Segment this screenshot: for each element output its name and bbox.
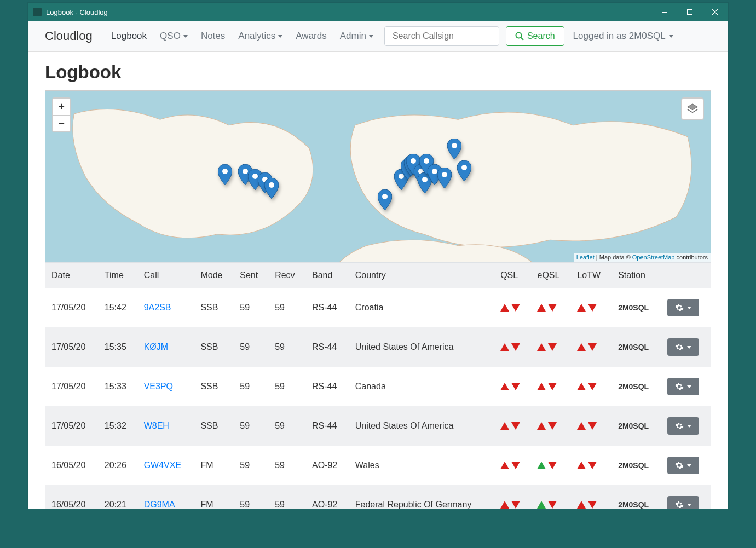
svg-rect-1 xyxy=(688,10,692,15)
triangle-down-icon xyxy=(511,304,520,312)
table-header: Time xyxy=(98,263,137,289)
cell-actions xyxy=(661,367,711,406)
cell: SSB xyxy=(194,406,233,446)
window-title: Logbook - Cloudlog xyxy=(46,8,652,16)
triangle-up-icon xyxy=(500,462,509,469)
chevron-down-icon xyxy=(687,425,691,428)
cell-station: 2M0SQL xyxy=(611,485,661,509)
triangle-up-icon xyxy=(500,383,509,390)
callsign-link[interactable]: W8EH xyxy=(144,421,169,430)
cell: SSB xyxy=(194,288,233,327)
log-table: DateTimeCallModeSentRecvBandCountryQSLeQ… xyxy=(45,262,711,509)
nav-logbook[interactable]: Logbook xyxy=(106,27,152,45)
callsign-link[interactable]: DG9MA xyxy=(144,500,175,509)
cell: United States Of America xyxy=(349,327,494,367)
search-input[interactable] xyxy=(384,26,499,46)
nav-analytics-label: Analytics xyxy=(238,31,275,42)
chevron-down-icon xyxy=(687,346,691,349)
row-actions-button[interactable] xyxy=(667,417,699,435)
svg-point-20 xyxy=(452,143,457,148)
search-button-label: Search xyxy=(527,31,555,41)
nav-qso-label: QSO xyxy=(160,31,181,42)
triangle-up-icon xyxy=(577,462,586,469)
table-row[interactable]: 17/05/2015:35KØJMSSB5959RS-44United Stat… xyxy=(45,327,711,367)
row-actions-button[interactable] xyxy=(667,378,699,395)
triangle-up-icon xyxy=(500,422,509,430)
osm-link[interactable]: OpenStreetMap xyxy=(632,254,675,261)
cell-qsl xyxy=(494,327,530,367)
zoom-out-button[interactable]: − xyxy=(53,115,70,131)
cell-station: 2M0SQL xyxy=(611,406,661,446)
layers-button[interactable] xyxy=(681,97,704,120)
close-button[interactable] xyxy=(702,3,728,21)
nav-qso[interactable]: QSO xyxy=(154,27,193,45)
table-row[interactable]: 16/05/2020:21DG9MAFM5959AO-92Federal Rep… xyxy=(45,485,711,509)
cell-call: DG9MA xyxy=(137,485,194,509)
triangle-down-icon xyxy=(588,343,597,351)
map[interactable]: + − Leaflet | Map data © OpenStreetMap c… xyxy=(45,90,711,262)
cell-call: VE3PQ xyxy=(137,367,194,406)
maximize-button[interactable] xyxy=(677,3,702,21)
cell-station: 2M0SQL xyxy=(611,288,661,327)
zoom-in-button[interactable]: + xyxy=(53,99,70,115)
cell-actions xyxy=(661,446,711,485)
callsign-link[interactable]: KØJM xyxy=(144,342,168,351)
station-label: 2M0SQL xyxy=(618,343,649,351)
map-marker[interactable] xyxy=(437,168,452,188)
map-marker[interactable] xyxy=(218,164,232,185)
cell-lotw xyxy=(570,485,611,509)
map-marker[interactable] xyxy=(378,189,392,210)
map-marker[interactable] xyxy=(447,139,461,159)
triangle-down-icon xyxy=(511,383,520,390)
chevron-down-icon xyxy=(687,504,691,506)
cell-actions xyxy=(661,327,711,367)
cell: RS-44 xyxy=(305,327,349,367)
triangle-up-icon xyxy=(537,462,546,469)
cell: 15:42 xyxy=(98,288,137,327)
nav-awards[interactable]: Awards xyxy=(290,27,332,45)
cell: Canada xyxy=(349,367,494,406)
cell: 20:26 xyxy=(98,446,137,485)
cell: 59 xyxy=(233,406,268,446)
triangle-down-icon xyxy=(588,501,597,509)
brand[interactable]: Cloudlog xyxy=(45,29,93,43)
callsign-link[interactable]: GW4VXE xyxy=(144,460,181,470)
nav-analytics[interactable]: Analytics xyxy=(233,27,288,45)
callsign-link[interactable]: VE3PQ xyxy=(144,382,173,391)
content-scroll[interactable]: Cloudlog Logbook QSO Notes Analytics Awa… xyxy=(28,21,728,509)
table-row[interactable]: 16/05/2020:26GW4VXEFM5959AO-92Wales2M0SQ… xyxy=(45,446,711,485)
cell: 59 xyxy=(268,446,305,485)
triangle-down-icon xyxy=(511,422,520,430)
row-actions-button[interactable] xyxy=(667,338,699,356)
callsign-link[interactable]: 9A2SB xyxy=(144,303,171,312)
cell: 59 xyxy=(233,367,268,406)
navbar: Cloudlog Logbook QSO Notes Analytics Awa… xyxy=(28,21,728,52)
triangle-down-icon xyxy=(511,462,520,469)
triangle-down-icon xyxy=(588,422,597,430)
minimize-button[interactable] xyxy=(652,3,677,21)
map-marker[interactable] xyxy=(457,160,471,181)
table-row[interactable]: 17/05/2015:429A2SBSSB5959RS-44Croatia2M0… xyxy=(45,288,711,327)
table-header-row: DateTimeCallModeSentRecvBandCountryQSLeQ… xyxy=(45,263,711,289)
table-row[interactable]: 17/05/2015:32W8EHSSB5959RS-44United Stat… xyxy=(45,406,711,446)
cell: 16/05/20 xyxy=(45,446,98,485)
svg-point-14 xyxy=(411,158,416,164)
chevron-down-icon xyxy=(687,464,691,467)
user-menu[interactable]: Logged in as 2M0SQL xyxy=(573,31,673,42)
triangle-down-icon xyxy=(511,501,520,509)
search-button[interactable]: Search xyxy=(506,26,564,46)
triangle-down-icon xyxy=(511,343,520,351)
page-title: Logbook xyxy=(45,62,711,83)
leaflet-link[interactable]: Leaflet xyxy=(576,254,595,261)
search-icon xyxy=(515,32,524,41)
map-marker[interactable] xyxy=(264,178,279,199)
nav-notes[interactable]: Notes xyxy=(195,27,230,45)
table-row[interactable]: 17/05/2015:33VE3PQSSB5959RS-44Canada2M0S… xyxy=(45,367,711,406)
table-header: Recv xyxy=(268,263,305,289)
row-actions-button[interactable] xyxy=(667,299,699,316)
svg-line-3 xyxy=(521,38,523,41)
nav-admin[interactable]: Admin xyxy=(334,27,379,45)
cell: RS-44 xyxy=(305,367,349,406)
row-actions-button[interactable] xyxy=(667,496,699,509)
row-actions-button[interactable] xyxy=(667,457,699,474)
